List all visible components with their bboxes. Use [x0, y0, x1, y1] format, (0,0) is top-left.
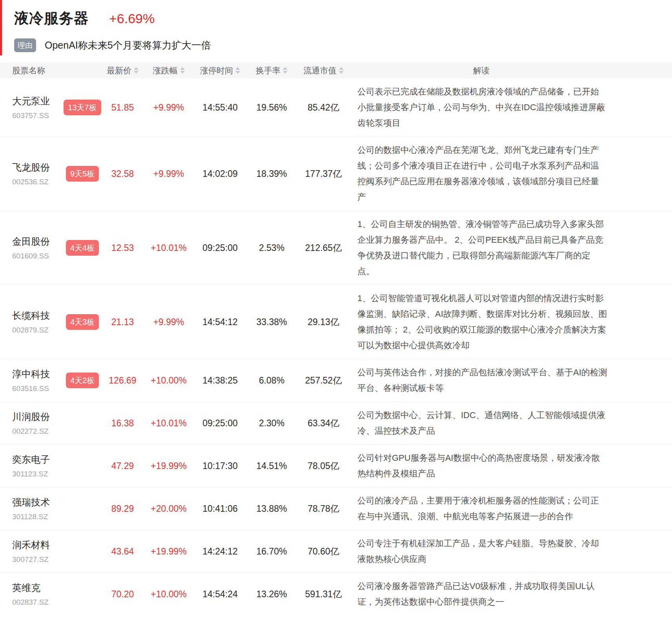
market-cap: 85.42亿: [297, 102, 350, 114]
column-header-name: 股票名称: [0, 65, 102, 76]
stock-name-cell: 润禾材料 300727.SZ: [0, 539, 63, 564]
latest-price: 126.69: [102, 375, 143, 386]
sort-icon: [235, 67, 240, 74]
stock-code: 301128.SZ: [12, 513, 63, 521]
limit-up-time: 14:02:09: [194, 169, 246, 179]
market-cap: 177.37亿: [297, 168, 350, 180]
column-header-change[interactable]: 涨跌幅: [143, 65, 194, 76]
sector-detail-page: 液冷服务器 +6.69% 理由 OpenAI称未来5个月要将算力扩大一倍 股票名…: [0, 0, 672, 620]
stock-code: 601609.SS: [12, 252, 63, 260]
stock-name-cell: 强瑞技术 301128.SZ: [0, 496, 63, 521]
turnover-rate: 16.70%: [246, 546, 297, 557]
stock-code: 002837.SZ: [12, 598, 63, 607]
table-row: 淳中科技 603516.SS 4天2板 126.69 +10.00% 14:38…: [0, 359, 672, 402]
market-cap: 591.31亿: [297, 588, 350, 600]
stock-name-link[interactable]: 强瑞技术: [12, 496, 63, 509]
limit-up-time: 14:38:25: [194, 375, 246, 386]
limit-up-badge: 4天4板: [66, 240, 99, 256]
change-percent: +10.01%: [143, 243, 194, 253]
turnover-rate: 13.88%: [246, 504, 297, 514]
stock-name-cell: 飞龙股份 002536.SZ: [0, 161, 63, 186]
limit-up-time: 10:17:30: [194, 461, 246, 471]
column-header-limit-up-time[interactable]: 涨停时间: [194, 65, 246, 76]
stock-interpretation: 公司为数据中心、云计算、IDC、通信网络、人工智能领域提供液冷、温控技术及产品: [350, 407, 672, 439]
table-row: 飞龙股份 002536.SZ 9天5板 32.58 +9.99% 14:02:0…: [0, 137, 672, 211]
table-row: 大元泵业 603757.SS 13天7板 51.85 +9.99% 14:55:…: [0, 78, 672, 137]
stock-interpretation: 公司针对GPU服务器与AI数据中心的高热密度场景，研发液冷散热结构件及模组产品: [350, 450, 672, 482]
turnover-rate: 18.39%: [246, 169, 297, 179]
market-cap: 257.52亿: [297, 375, 350, 387]
limit-up-time: 14:54:12: [194, 317, 246, 327]
change-percent: +9.99%: [143, 169, 194, 179]
table-row: 润禾材料 300727.SZ 43.64 +19.99% 14:24:12 16…: [0, 530, 672, 573]
change-percent: +19.99%: [143, 461, 194, 471]
market-cap: 63.34亿: [297, 417, 350, 429]
market-cap: 29.13亿: [297, 316, 350, 328]
stock-name-link[interactable]: 飞龙股份: [12, 161, 63, 174]
change-percent: +9.99%: [143, 317, 194, 327]
stock-code: 603516.SS: [12, 384, 63, 393]
sort-icon: [134, 67, 138, 74]
market-cap: 78.05亿: [297, 460, 350, 472]
stock-name-link[interactable]: 奕东电子: [12, 453, 63, 466]
stock-name-cell: 川润股份 002272.SZ: [0, 411, 63, 436]
limit-up-badge-cell: 4天3板: [63, 314, 102, 330]
table-body: 大元泵业 603757.SS 13天7板 51.85 +9.99% 14:55:…: [0, 78, 672, 615]
stock-code: 002272.SZ: [12, 427, 63, 436]
column-header-price[interactable]: 最新价: [102, 65, 143, 76]
sector-title: 液冷服务器: [14, 9, 89, 28]
turnover-rate: 2.30%: [246, 418, 297, 429]
market-cap: 70.60亿: [297, 545, 350, 558]
limit-up-badge-cell: 4天4板: [63, 240, 102, 256]
stock-name-link[interactable]: 润禾材料: [12, 539, 63, 551]
sort-icon: [283, 67, 288, 74]
sort-icon: [339, 67, 344, 74]
column-header-market-cap[interactable]: 流通市值: [297, 65, 350, 76]
stock-code: 603757.SS: [12, 111, 63, 120]
stock-interpretation: 公司的数据中心液冷产品在芜湖飞龙、郑州飞龙已建有专门生产线；公司多个液冷项目正在…: [350, 142, 672, 205]
table-row: 英维克 002837.SZ 70.20 +10.00% 14:54:24 13.…: [0, 573, 672, 615]
table-row: 金田股份 601609.SS 4天4板 12.53 +10.01% 09:25:…: [0, 211, 672, 285]
limit-up-badge-cell: 9天5板: [63, 166, 102, 182]
limit-up-badge-cell: 13天7板: [63, 100, 102, 115]
stock-interpretation: 公司表示已完成在储能及数据机房液冷领域的产品储备，已开始小批量接受客户订单，公司…: [350, 84, 672, 131]
change-percent: +20.00%: [143, 504, 194, 514]
stock-name-link[interactable]: 淳中科技: [12, 368, 63, 380]
latest-price: 43.64: [102, 546, 143, 557]
change-percent: +10.00%: [143, 375, 194, 386]
stock-name-cell: 金田股份 601609.SS: [0, 235, 63, 260]
sector-change-percent: +6.69%: [109, 11, 155, 26]
table-row: 强瑞技术 301128.SZ 89.29 +20.00% 10:41:06 13…: [0, 487, 672, 530]
latest-price: 16.38: [102, 418, 143, 429]
stock-name-link[interactable]: 长缆科技: [12, 309, 63, 322]
turnover-rate: 19.56%: [246, 102, 297, 113]
change-percent: +9.99%: [143, 102, 194, 113]
stock-code: 300727.SZ: [12, 555, 63, 564]
market-cap: 78.78亿: [297, 503, 350, 515]
limit-up-badge: 9天5板: [66, 166, 99, 182]
stock-interpretation: 公司专注于有机硅深加工产品，是大客户硅脂、导热凝胶、冷却液散热核心供应商: [350, 536, 672, 567]
latest-price: 70.20: [102, 589, 143, 600]
latest-price: 32.58: [102, 169, 143, 179]
market-cap: 212.65亿: [297, 242, 350, 254]
stock-name-link[interactable]: 川润股份: [12, 411, 63, 423]
turnover-rate: 33.38%: [246, 317, 297, 327]
limit-up-badge-cell: 4天2板: [63, 373, 102, 388]
stock-interpretation: 1、公司自主研发的铜热管、液冷铜管等产品已成功导入多家头部企业算力服务器产品中。…: [350, 216, 672, 279]
stock-name-link[interactable]: 英维克: [12, 582, 63, 594]
column-header-turnover[interactable]: 换手率: [246, 65, 297, 76]
table-row: 奕东电子 301123.SZ 47.29 +19.99% 10:17:30 14…: [0, 445, 672, 487]
stock-code: 002879.SZ: [12, 326, 63, 335]
limit-up-time: 09:25:00: [194, 418, 246, 429]
stock-name-link[interactable]: 大元泵业: [12, 95, 63, 107]
limit-up-time: 10:41:06: [194, 504, 246, 514]
reason-text: OpenAI称未来5个月要将算力扩大一倍: [45, 39, 211, 52]
turnover-rate: 6.08%: [246, 375, 297, 386]
limit-up-badge: 4天3板: [66, 314, 99, 330]
change-percent: +10.00%: [143, 589, 194, 600]
stock-code: 301123.SZ: [12, 470, 63, 478]
table-row: 川润股份 002272.SZ 16.38 +10.01% 09:25:00 2.…: [0, 402, 672, 445]
stock-name-link[interactable]: 金田股份: [12, 235, 63, 248]
table-row: 长缆科技 002879.SZ 4天3板 21.13 +9.99% 14:54:1…: [0, 285, 672, 359]
table-header: 股票名称 最新价 涨跌幅 涨停时间 换手率 流通市值 解读: [0, 62, 672, 78]
